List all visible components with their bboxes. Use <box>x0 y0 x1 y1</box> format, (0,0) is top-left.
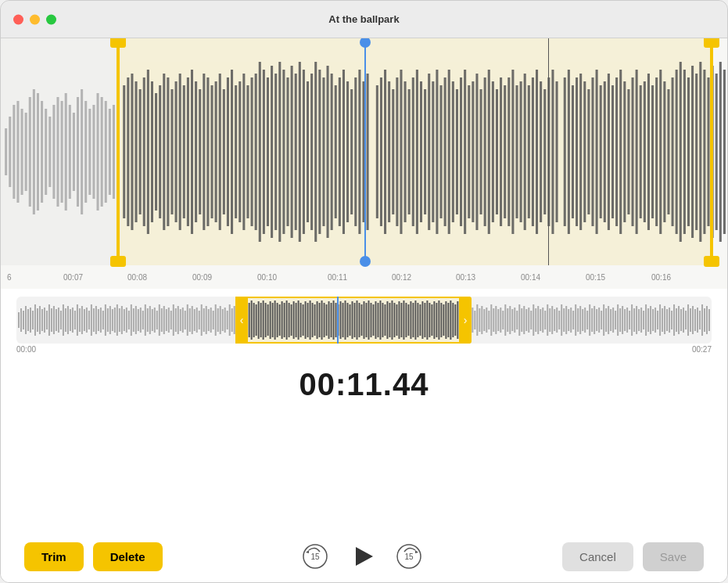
svg-rect-454 <box>678 306 680 334</box>
svg-rect-97 <box>400 70 402 234</box>
svg-rect-244 <box>173 304 174 336</box>
mini-timeline-end: 00:27 <box>692 345 712 354</box>
svg-rect-159 <box>651 85 654 218</box>
svg-rect-382 <box>509 306 511 334</box>
svg-rect-320 <box>352 301 353 339</box>
mini-trim-handle-left[interactable]: ‹ <box>235 297 248 344</box>
svg-rect-257 <box>203 308 205 332</box>
svg-rect-16 <box>69 105 71 199</box>
svg-rect-146 <box>600 85 602 218</box>
cancel-button[interactable]: Cancel <box>562 542 633 571</box>
mini-trim-handle-right[interactable]: › <box>459 297 472 344</box>
maximize-button[interactable] <box>46 14 56 24</box>
svg-rect-405 <box>563 308 565 332</box>
svg-rect-225 <box>128 311 130 329</box>
svg-rect-353 <box>429 303 430 337</box>
svg-rect-23 <box>97 93 99 211</box>
svg-rect-115 <box>472 81 474 222</box>
save-button[interactable]: Save <box>643 542 704 571</box>
svg-rect-90 <box>367 74 369 230</box>
svg-rect-109 <box>448 70 450 234</box>
skip-back-button[interactable]: 15 <box>299 541 331 572</box>
svg-rect-102 <box>420 81 422 222</box>
svg-rect-411 <box>577 308 579 332</box>
svg-rect-359 <box>443 304 444 336</box>
svg-rect-184 <box>32 311 34 329</box>
svg-rect-6 <box>29 97 31 207</box>
main-waveform-section[interactable]: 6 00:07 00:08 00:09 00:10 00:11 00:12 00… <box>1 38 727 289</box>
svg-marker-470 <box>356 547 373 566</box>
svg-rect-1 <box>9 117 11 187</box>
play-button[interactable] <box>346 541 378 572</box>
svg-rect-221 <box>119 308 120 332</box>
svg-rect-336 <box>389 303 390 337</box>
svg-rect-114 <box>468 85 470 218</box>
mini-playhead <box>337 297 339 344</box>
mini-waveform-container[interactable]: ‹ › // This won't execute inside SVG, so… <box>16 297 712 344</box>
trim-button[interactable]: Trim <box>24 542 84 571</box>
svg-rect-238 <box>159 304 160 336</box>
playhead[interactable] <box>364 38 366 265</box>
svg-rect-59 <box>242 74 245 230</box>
svg-rect-33 <box>139 89 142 214</box>
svg-rect-224 <box>126 308 127 333</box>
svg-rect-249 <box>185 311 186 329</box>
svg-rect-264 <box>220 306 221 334</box>
svg-rect-463 <box>699 311 701 329</box>
svg-rect-121 <box>496 89 498 214</box>
svg-rect-453 <box>676 308 677 332</box>
svg-rect-37 <box>155 93 157 211</box>
timeline-label-13: 00:13 <box>456 273 475 282</box>
svg-rect-162 <box>663 81 665 222</box>
timeline-label-16: 00:16 <box>651 273 671 282</box>
svg-rect-47 <box>195 81 197 222</box>
close-button[interactable] <box>13 14 23 24</box>
trim-handle-left[interactable] <box>117 38 120 265</box>
svg-rect-282 <box>263 300 264 340</box>
svg-rect-57 <box>235 85 237 218</box>
svg-rect-145 <box>596 70 598 234</box>
svg-rect-36 <box>151 81 153 222</box>
trim-handle-right[interactable] <box>710 38 713 265</box>
svg-rect-458 <box>687 304 689 336</box>
svg-rect-82 <box>335 85 337 218</box>
svg-rect-29 <box>123 85 125 218</box>
current-time: 00:11.44 <box>299 367 429 402</box>
svg-rect-295 <box>293 301 295 339</box>
svg-rect-452 <box>673 304 675 336</box>
svg-rect-230 <box>140 308 142 333</box>
svg-rect-152 <box>623 81 626 222</box>
svg-rect-347 <box>414 300 416 340</box>
svg-rect-71 <box>291 66 293 238</box>
svg-rect-317 <box>345 300 346 340</box>
svg-rect-394 <box>537 306 539 334</box>
svg-rect-386 <box>518 304 520 336</box>
svg-rect-441 <box>647 308 649 332</box>
skip-forward-button[interactable]: 15 <box>393 541 425 572</box>
svg-rect-443 <box>652 309 654 331</box>
svg-rect-237 <box>156 311 158 329</box>
delete-button[interactable]: Delete <box>93 542 163 571</box>
mini-timeline-start: 00:00 <box>16 345 36 354</box>
svg-rect-168 <box>687 77 690 226</box>
svg-rect-380 <box>504 304 506 336</box>
svg-rect-241 <box>166 309 167 331</box>
svg-rect-426 <box>612 308 614 333</box>
svg-rect-360 <box>445 301 446 339</box>
svg-rect-372 <box>486 308 487 333</box>
minimize-button[interactable] <box>30 14 40 24</box>
svg-rect-286 <box>272 303 274 337</box>
svg-rect-279 <box>256 304 257 336</box>
svg-rect-414 <box>584 308 586 333</box>
svg-rect-27 <box>113 105 115 199</box>
svg-rect-433 <box>629 311 630 329</box>
svg-rect-191 <box>48 304 50 336</box>
svg-rect-278 <box>253 303 255 337</box>
svg-rect-180 <box>23 311 24 329</box>
svg-rect-390 <box>528 308 529 333</box>
svg-rect-277 <box>251 300 253 340</box>
svg-rect-110 <box>452 81 454 222</box>
svg-rect-220 <box>117 304 118 336</box>
svg-rect-377 <box>497 309 499 331</box>
svg-rect-419 <box>596 309 597 331</box>
